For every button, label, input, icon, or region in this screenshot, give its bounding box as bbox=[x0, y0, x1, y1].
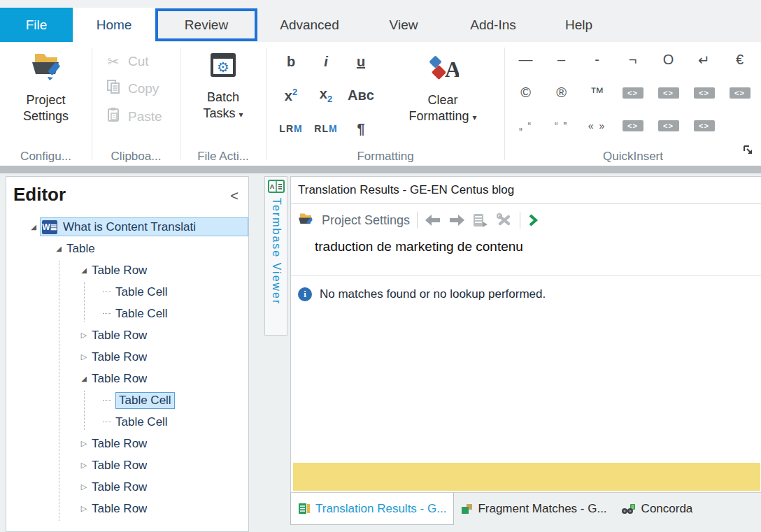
tab-add-ins[interactable]: Add-Ins bbox=[455, 8, 532, 42]
right-to-left-mark-button[interactable]: RLM bbox=[314, 123, 337, 134]
tree-item-table-row[interactable]: ▷Table Row bbox=[6, 346, 248, 368]
dialog-launcher-icon[interactable] bbox=[743, 145, 754, 159]
collapsed-triangle-icon[interactable]: ▷ bbox=[78, 482, 90, 491]
quickinsert-symbol-button[interactable]: € bbox=[736, 52, 744, 68]
tab-file[interactable]: File bbox=[0, 8, 73, 42]
translation-results-panel: Translation Results - GE-EN Centus blog … bbox=[290, 176, 761, 493]
quickinsert-symbol-button[interactable]: „ “ bbox=[519, 120, 532, 131]
tab-home[interactable]: Home bbox=[73, 8, 155, 42]
tree-item-label: Table bbox=[66, 242, 95, 256]
tab-translation-results-g[interactable]: Translation Results - G... bbox=[290, 493, 454, 525]
project-settings-icon[interactable] bbox=[297, 212, 315, 229]
expand-chevron-icon[interactable] bbox=[527, 213, 539, 227]
tree-item-table-row[interactable]: ▷Table Row bbox=[6, 433, 248, 454]
quickinsert-symbol-button[interactable]: - bbox=[595, 52, 599, 68]
group-label-configuration: Configu... bbox=[0, 150, 92, 164]
tree-item-table-row[interactable]: ▷Table Row bbox=[6, 454, 248, 476]
bold-button[interactable]: b bbox=[287, 54, 295, 70]
copy-button[interactable]: Copy bbox=[105, 79, 180, 98]
tab-advanced[interactable]: Advanced bbox=[266, 8, 353, 42]
left-to-right-mark-button[interactable]: LRM bbox=[279, 123, 302, 134]
no-matches-message: No matches found or no lookup performed. bbox=[320, 287, 546, 301]
apply-translation-icon[interactable] bbox=[472, 213, 489, 228]
tree-item-label: Table Cell bbox=[115, 285, 168, 299]
tree-item-table-cell[interactable]: Table Cell bbox=[6, 281, 248, 303]
tree-item-table-cell[interactable]: Table Cell bbox=[6, 411, 248, 433]
tree-item-table-row[interactable]: ◢Table Row bbox=[6, 259, 248, 281]
tab-review[interactable]: Review bbox=[155, 8, 257, 42]
results-toolbar: Project Settings bbox=[291, 204, 761, 236]
quickinsert-symbol-button[interactable]: ¬ bbox=[629, 52, 637, 68]
tag-pair-button[interactable]: <> bbox=[658, 87, 679, 99]
superscript-button[interactable]: x2 bbox=[285, 87, 297, 104]
quickinsert-symbol-button[interactable]: © bbox=[520, 85, 531, 101]
batch-tasks-button[interactable]: ⚙ Batch Tasks ▾ bbox=[180, 42, 266, 123]
tree-item-table-row[interactable]: ▷Table Row bbox=[6, 324, 248, 346]
tree-item-table-row[interactable]: ▷Table Row bbox=[6, 498, 248, 519]
tab-fragment-matches-g[interactable]: Fragment Matches - G... bbox=[454, 493, 613, 525]
tag-pair-button[interactable]: <> bbox=[730, 87, 751, 99]
back-arrow-icon[interactable] bbox=[425, 214, 441, 227]
quickinsert-symbol-button[interactable]: — bbox=[519, 52, 533, 68]
paste-button[interactable]: Paste bbox=[105, 107, 180, 126]
quickinsert-symbol-button[interactable]: – bbox=[557, 52, 565, 68]
tag-pair-button[interactable]: <> bbox=[623, 87, 643, 99]
no-matches-row: i No matches found or no lookup performe… bbox=[291, 287, 761, 301]
tree-item-what-is-content-translati[interactable]: ◢W≣What is Content Translati bbox=[6, 216, 248, 238]
tag-pair-button[interactable]: <> bbox=[623, 120, 643, 131]
termbase-viewer-tab[interactable]: A Termbase Viewer bbox=[264, 176, 287, 336]
collapse-panel-icon[interactable]: < bbox=[230, 188, 239, 204]
tree-item-table-cell[interactable]: Table Cell bbox=[6, 389, 248, 411]
expanded-triangle-icon[interactable]: ◢ bbox=[52, 245, 65, 252]
collapsed-triangle-icon[interactable]: ▷ bbox=[78, 439, 90, 448]
italic-button[interactable]: i bbox=[324, 54, 328, 70]
cut-button[interactable]: ✂Cut bbox=[105, 53, 180, 70]
tree-item-table-row[interactable]: ◢Table Row bbox=[6, 368, 248, 389]
quickinsert-symbol-button[interactable]: « » bbox=[588, 120, 606, 131]
expanded-triangle-icon[interactable]: ◢ bbox=[27, 223, 40, 231]
collapsed-triangle-icon[interactable]: ▷ bbox=[78, 352, 90, 361]
svg-text:A: A bbox=[445, 57, 459, 82]
collapsed-triangle-icon[interactable]: ▷ bbox=[78, 504, 90, 513]
group-label-file-actions: File Acti... bbox=[180, 150, 266, 164]
expanded-triangle-icon[interactable]: ◢ bbox=[78, 266, 90, 274]
tree-item-table-row[interactable]: ▷Table Row bbox=[6, 476, 248, 498]
collapsed-triangle-icon[interactable]: ▷ bbox=[78, 461, 90, 470]
ribbon-group-configuration: Project Settings Configu... bbox=[0, 42, 92, 166]
paste-icon bbox=[105, 107, 122, 126]
tab-concorda[interactable]: Concorda bbox=[614, 493, 700, 525]
ribbon-group-clipboard: ✂CutCopyPaste Clipboa... bbox=[92, 42, 180, 166]
tools-icon[interactable] bbox=[496, 213, 513, 228]
ribbon-bottom-divider bbox=[0, 166, 761, 173]
project-settings-toolbar-button[interactable]: Project Settings bbox=[322, 213, 410, 228]
underline-button[interactable]: u bbox=[357, 54, 365, 70]
small-caps-button[interactable]: Aʙᴄ bbox=[348, 87, 374, 103]
info-icon: i bbox=[298, 287, 312, 301]
collapsed-triangle-icon[interactable]: ▷ bbox=[78, 331, 90, 340]
project-settings-button[interactable]: Project Settings bbox=[0, 42, 92, 124]
quickinsert-symbol-button[interactable]: ↵ bbox=[698, 52, 710, 69]
tree-item-label: Table Row bbox=[92, 437, 147, 451]
quickinsert-symbol-button[interactable]: “ ” bbox=[555, 120, 568, 131]
tree-item-table[interactable]: ◢Table bbox=[6, 238, 248, 259]
document-structure-tree: ◢W≣What is Content Translati◢Table◢Table… bbox=[6, 216, 248, 531]
clear-formatting-button[interactable]: A Clear Formatting ▾ bbox=[387, 46, 499, 126]
tag-pair-button[interactable]: <> bbox=[694, 120, 715, 131]
pilcrow-button[interactable]: ¶ bbox=[357, 121, 364, 137]
forward-arrow-icon[interactable] bbox=[448, 214, 465, 227]
fragment-matches-icon bbox=[461, 503, 473, 515]
tab-view[interactable]: View bbox=[369, 8, 439, 42]
quickinsert-symbol-button[interactable]: ® bbox=[556, 85, 567, 101]
translation-results-icon bbox=[298, 503, 311, 515]
tree-connector bbox=[103, 313, 111, 314]
quickinsert-symbol-button[interactable]: O bbox=[663, 52, 674, 68]
subscript-button[interactable]: x2 bbox=[320, 86, 332, 104]
tab-help[interactable]: Help bbox=[542, 8, 616, 42]
tree-item-table-cell[interactable]: Table Cell bbox=[6, 303, 248, 324]
tree-connector bbox=[103, 400, 111, 401]
quickinsert-symbol-button[interactable]: ™ bbox=[590, 85, 604, 101]
tag-pair-button[interactable]: <> bbox=[658, 120, 679, 131]
tag-pair-button[interactable]: <> bbox=[694, 87, 715, 99]
clear-formatting-icon: A bbox=[427, 55, 459, 87]
expanded-triangle-icon[interactable]: ◢ bbox=[78, 375, 90, 382]
